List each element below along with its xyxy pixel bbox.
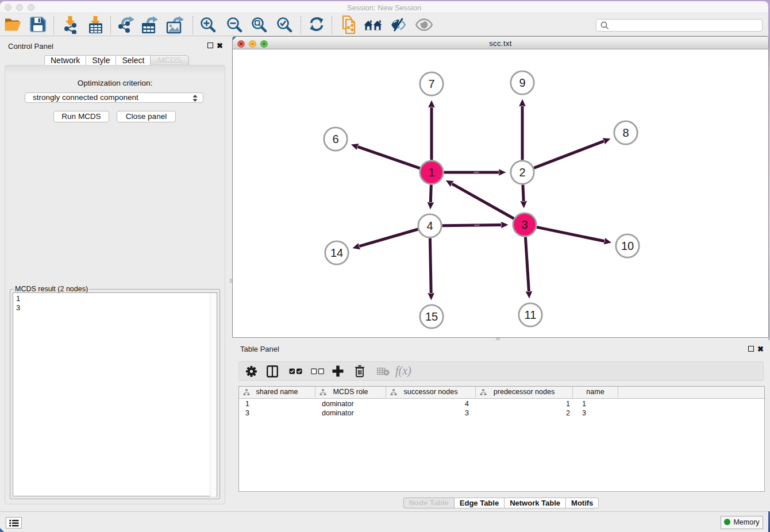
svg-text:10: 10	[621, 240, 634, 252]
svg-text:14: 14	[330, 246, 343, 259]
svg-text:4: 4	[426, 219, 433, 232]
svg-text:6: 6	[332, 133, 338, 145]
svg-text:7: 7	[428, 78, 434, 90]
svg-text:3: 3	[521, 218, 528, 231]
svg-text:2: 2	[519, 166, 525, 179]
svg-text:15: 15	[425, 310, 438, 323]
svg-text:1: 1	[428, 166, 434, 179]
svg-text:8: 8	[622, 126, 629, 139]
svg-text:11: 11	[525, 309, 537, 321]
svg-text:9: 9	[519, 76, 525, 89]
